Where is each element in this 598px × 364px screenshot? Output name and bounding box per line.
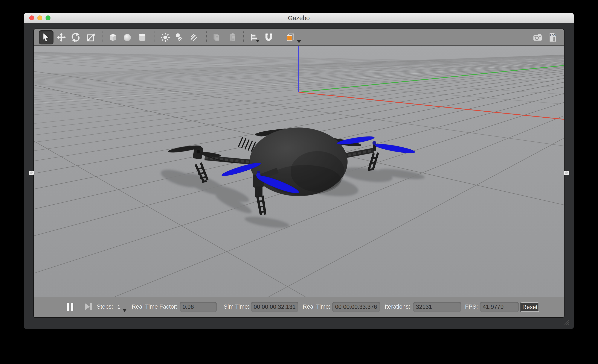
camera-icon xyxy=(532,32,543,42)
directional-light-button[interactable] xyxy=(188,31,199,43)
paste-button[interactable] xyxy=(227,31,239,43)
point-light-button[interactable] xyxy=(159,31,171,43)
cylinder-icon xyxy=(137,32,147,42)
sphere-icon xyxy=(122,32,132,42)
toolbar-separator xyxy=(243,31,244,43)
move-arrows-icon xyxy=(56,32,66,42)
sphere-shape-button[interactable] xyxy=(121,31,133,43)
rotate-arrows-icon xyxy=(71,32,81,42)
reset-button[interactable]: Reset xyxy=(521,302,539,312)
real-time-field[interactable]: 00 00:00:33.376 xyxy=(332,302,380,312)
log-file-icon: LOG xyxy=(548,32,558,42)
scale-icon xyxy=(86,32,96,42)
toolbar-separator xyxy=(102,31,102,43)
view-cube-icon xyxy=(285,32,295,42)
scene-svg xyxy=(34,46,564,297)
cursor-arrow-icon xyxy=(41,32,51,42)
copy-button[interactable] xyxy=(210,31,223,43)
spot-light-button[interactable] xyxy=(173,31,185,43)
steps-value: 1 xyxy=(117,304,120,310)
rotate-tool-button[interactable] xyxy=(70,31,82,43)
window-resize-grip[interactable] xyxy=(562,318,570,325)
fps-field[interactable]: 41.9779 xyxy=(480,302,519,312)
rtf-field[interactable]: 0.96 xyxy=(180,302,217,312)
svg-text:LOG: LOG xyxy=(550,34,556,37)
magnet-icon xyxy=(264,32,274,42)
statusbar: Steps: 1 Real Time Factor: 0.96 Sim Time… xyxy=(34,297,564,317)
toolbar-separator xyxy=(154,31,154,43)
toolbar: LOG xyxy=(34,29,564,46)
toolbar-separator xyxy=(280,31,280,43)
cylinder-shape-button[interactable] xyxy=(136,31,148,43)
steps-label: Steps: xyxy=(97,303,113,310)
copy-icon xyxy=(212,32,221,42)
step-button[interactable] xyxy=(85,303,93,311)
titlebar: Gazebo xyxy=(24,13,574,23)
translate-tool-button[interactable] xyxy=(55,31,67,43)
steps-dropdown-arrow[interactable] xyxy=(122,309,127,312)
snap-tool-button[interactable] xyxy=(263,31,275,43)
gazebo-window: Gazebo xyxy=(24,13,574,329)
scale-tool-button[interactable] xyxy=(85,31,97,43)
box-icon xyxy=(108,32,118,42)
rtf-label: Real Time Factor: xyxy=(132,303,177,310)
screenshot-button[interactable] xyxy=(532,31,544,43)
view-angle-dropdown-arrow[interactable] xyxy=(297,40,301,43)
paste-icon xyxy=(228,32,238,42)
spot-light-icon xyxy=(174,32,184,42)
left-splitter-handle[interactable] xyxy=(29,171,34,175)
sun-icon xyxy=(160,32,170,42)
pause-button[interactable] xyxy=(65,302,75,311)
toolbar-separator xyxy=(206,31,207,43)
desktop: { "window": { "title": "Gazebo" }, "titl… xyxy=(0,0,598,364)
main-panel: LOG xyxy=(33,29,565,318)
sim-time-label: Sim Time: xyxy=(224,303,249,310)
viewport-3d-canvas[interactable] xyxy=(34,46,564,297)
iterations-label: Iterations: xyxy=(385,303,410,310)
view-angle-button[interactable] xyxy=(284,31,296,43)
align-dropdown-arrow[interactable] xyxy=(256,40,260,42)
fps-label: FPS: xyxy=(465,303,478,310)
iterations-field[interactable]: 32131 xyxy=(413,302,461,312)
real-time-label: Real Time: xyxy=(303,303,330,310)
right-splitter-handle[interactable] xyxy=(564,171,569,175)
select-tool-button[interactable] xyxy=(39,30,53,44)
step-forward-icon xyxy=(85,303,93,311)
directional-light-icon xyxy=(189,32,199,42)
window-title: Gazebo xyxy=(24,15,574,22)
box-shape-button[interactable] xyxy=(107,31,119,43)
sim-time-field[interactable]: 00 00:00:32.131 xyxy=(251,302,298,312)
log-record-button[interactable]: LOG xyxy=(547,31,559,43)
